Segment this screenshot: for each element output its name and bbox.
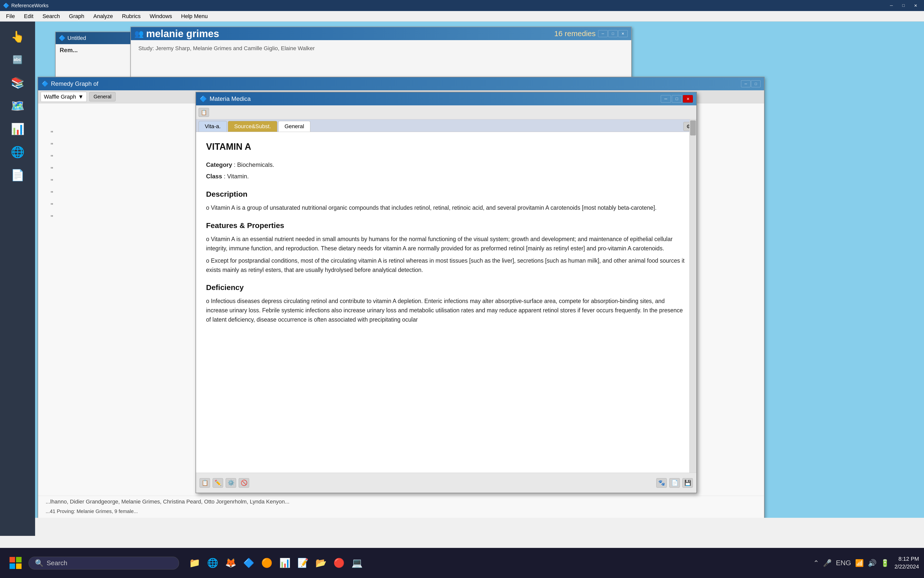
chart-icon[interactable]: 📊 <box>5 119 30 139</box>
materia-toolbar: 📋 <box>196 106 696 119</box>
red-app[interactable]: 🔴 <box>331 555 347 571</box>
close-button[interactable]: ✕ <box>910 2 921 9</box>
chevron-down-icon: ▼ <box>78 94 84 100</box>
menu-windows[interactable]: Windows <box>146 12 176 21</box>
menu-file[interactable]: File <box>2 12 19 21</box>
map-icon[interactable]: 🗺️ <box>5 96 30 116</box>
bottom-btn-page[interactable]: 📄 <box>669 478 680 488</box>
tab-vita[interactable]: Vita-a. <box>199 121 227 132</box>
system-tray: ⌃ 🎤 ENG 📶 🔊 🔋 <box>813 559 889 567</box>
titlebar-controls: ─ □ ✕ <box>886 2 921 9</box>
melanie-controls: ─ □ ✕ <box>598 30 628 37</box>
chrome-app[interactable]: 🌐 <box>205 555 221 571</box>
graph-type-dropdown[interactable]: Waffle Graph ▼ <box>40 92 87 102</box>
materia-titlebar: 🔷 Materia Medica ─ □ ✕ <box>196 93 696 106</box>
app-title: ReferenceWorks <box>11 3 884 8</box>
category-label: Category <box>206 161 232 168</box>
remedy-bottom-text: ...lhanno, Didier Grandgeorge, Melanie G… <box>38 496 764 508</box>
remedy-general-btn[interactable]: General <box>89 92 116 101</box>
globe-icon[interactable]: 🌐 <box>5 142 30 162</box>
vitamin-heading: VITAMIN A <box>206 140 686 154</box>
svg-rect-0 <box>10 557 15 562</box>
deficiency-heading: Deficiency <box>206 281 686 294</box>
clock[interactable]: 8:12 PM 2/22/2024 <box>895 555 919 571</box>
tab-general[interactable]: General <box>278 121 310 132</box>
taskbar-right: ⌃ 🎤 ENG 📶 🔊 🔋 8:12 PM 2/22/2024 <box>813 555 919 571</box>
quote-8: " <box>51 212 53 224</box>
materia-controls: ─ □ ✕ <box>661 95 693 102</box>
tab-general-label: General <box>285 123 304 130</box>
materia-scrollbar-thumb[interactable] <box>690 120 696 135</box>
class-separator: : <box>224 173 227 180</box>
file-explorer-app[interactable]: 📁 <box>186 555 202 571</box>
language-indicator[interactable]: ENG <box>836 559 851 567</box>
chevron-up-icon[interactable]: ⌃ <box>813 559 819 567</box>
content-area: 🔷 Untitled ─ □ ✕ Rem... 👥 melanie grimes… <box>35 21 924 518</box>
menu-edit[interactable]: Edit <box>20 12 37 21</box>
grid-abc-icon[interactable]: 🔤 <box>5 50 30 70</box>
features-text2: o Except for postprandial conditions, mo… <box>206 256 686 275</box>
wifi-icon[interactable]: 📶 <box>855 559 864 567</box>
bottom-btn-paw[interactable]: 🐾 <box>656 478 667 488</box>
materia-restore[interactable]: □ <box>672 95 682 102</box>
materia-tool-btn1[interactable]: 📋 <box>199 108 209 117</box>
book-icon[interactable]: 📚 <box>5 73 30 93</box>
menu-search[interactable]: Search <box>38 12 64 21</box>
quote-5: " <box>51 175 53 188</box>
menu-rubrics[interactable]: Rubrics <box>118 12 145 21</box>
materia-minimize[interactable]: ─ <box>661 95 671 102</box>
teal-app[interactable]: 💻 <box>349 555 365 571</box>
deficiency-text: o Infectious diseases depress circulatin… <box>206 297 686 324</box>
remedy-maximize[interactable]: □ <box>751 80 761 87</box>
melanie-maximize[interactable]: □ <box>608 30 618 37</box>
menu-help[interactable]: Help Menu <box>177 12 212 21</box>
remedy-title: Remedy Graph of <box>51 80 738 87</box>
hand-pointer-icon[interactable]: 👆 <box>5 27 30 47</box>
firefox-app[interactable]: 🦊 <box>223 555 239 571</box>
bottom-btn-edit[interactable]: ✏️ <box>213 478 223 488</box>
maximize-button[interactable]: □ <box>898 2 909 9</box>
bottom-btn-save[interactable]: 💾 <box>682 478 693 488</box>
tab-source[interactable]: Source&Subst. <box>228 121 277 132</box>
trefoil-app[interactable]: 🔷 <box>241 555 257 571</box>
remedy-minimize[interactable]: ─ <box>741 80 751 87</box>
app-icon: 🔷 <box>3 3 9 8</box>
left-sidebar: 👆 🔤 📚 🗺️ 📊 🌐 📄 <box>0 21 35 536</box>
search-icon: 🔍 <box>35 559 44 567</box>
tab-vita-label: Vita-a. <box>205 123 221 130</box>
orange-app[interactable]: 🟠 <box>259 555 275 571</box>
melanie-remedies: 16 remedies <box>554 29 596 38</box>
description-heading: Description <box>206 188 686 200</box>
materia-close[interactable]: ✕ <box>683 95 693 102</box>
main-window: 🔷 ReferenceWorks ─ □ ✕ File Edit Search … <box>0 0 924 548</box>
microphone-icon[interactable]: 🎤 <box>823 559 832 567</box>
bottom-right-buttons: 🐾 📄 💾 <box>656 478 693 488</box>
bottom-btn-settings[interactable]: ⚙️ <box>226 478 236 488</box>
melanie-icon: 👥 <box>134 29 144 38</box>
untitled-icon: 🔷 <box>59 35 65 41</box>
class-label: Class <box>206 173 222 180</box>
minimize-button[interactable]: ─ <box>886 2 897 9</box>
file-icon[interactable]: 📄 <box>5 165 30 185</box>
category-value: Biochemicals. <box>237 161 274 168</box>
menu-graph[interactable]: Graph <box>65 12 88 21</box>
speaker-icon[interactable]: 🔊 <box>868 559 877 567</box>
quote-2: " <box>51 140 53 151</box>
excel-app[interactable]: 📊 <box>277 555 293 571</box>
taskbar-search[interactable]: 🔍 Search <box>29 557 179 570</box>
melanie-content: Study: Jeremy Sharp, Melanie Grimes and … <box>131 40 631 57</box>
taskbar: 🔍 Search 📁 🌐 🦊 🔷 🟠 📊 📝 📂 🔴 💻 ⌃ 🎤 ENG 📶 🔊… <box>0 548 924 578</box>
materia-scrollbar[interactable] <box>689 119 696 472</box>
main-titlebar: 🔷 ReferenceWorks ─ □ ✕ <box>0 0 924 11</box>
melanie-close[interactable]: ✕ <box>618 30 628 37</box>
battery-icon[interactable]: 🔋 <box>880 559 889 567</box>
melanie-minimize[interactable]: ─ <box>598 30 608 37</box>
start-button[interactable] <box>5 554 26 572</box>
bottom-btn-close[interactable]: 🚫 <box>239 478 249 488</box>
bottom-btn-print[interactable]: 📋 <box>199 478 210 488</box>
menubar: File Edit Search Graph Analyze Rubrics W… <box>0 11 924 21</box>
search-placeholder: Search <box>47 559 67 567</box>
word-app[interactable]: 📝 <box>295 555 311 571</box>
menu-analyze[interactable]: Analyze <box>89 12 117 21</box>
folder-app[interactable]: 📂 <box>313 555 329 571</box>
